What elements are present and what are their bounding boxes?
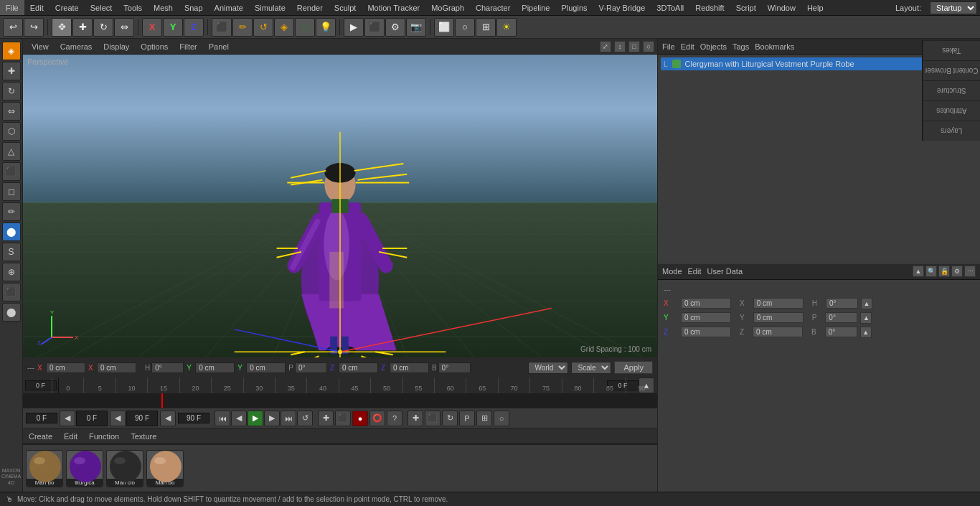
attr-x-pos[interactable] [681,298,731,309]
attr-y-pos[interactable] [681,312,731,323]
step-back-btn[interactable]: ◀ [60,411,75,426]
sidebar-selection-btn[interactable]: ◈ [2,42,21,60]
obj-header-objects[interactable]: Objects [700,42,727,51]
vp-tab-view[interactable]: View [26,42,55,51]
attr-up-icon[interactable]: ▲ [913,266,924,277]
timeline-playhead[interactable] [161,393,163,408]
end-frame-left-input[interactable] [76,411,108,426]
menu-mesh[interactable]: Mesh [148,0,179,15]
apply-button[interactable]: Apply [614,361,653,374]
material-item-0[interactable]: Man bo [26,450,63,487]
vtab-structure[interactable]: Structure [923,80,980,100]
obj-header-file[interactable]: File [662,42,675,51]
rotate-tool-button[interactable]: ↻ [93,18,113,37]
attr-lock-icon[interactable]: 🔒 [938,266,950,277]
deformer-tool-button[interactable]: ◈ [274,18,294,37]
goto-end-btn[interactable]: ⏭ [281,411,296,426]
menu-motion-tracker[interactable]: Motion Tracker [362,0,425,15]
attr-z-size[interactable] [753,327,803,337]
spline-tool-button[interactable]: ✏ [232,18,253,37]
key-btn[interactable]: ⬛ [335,411,351,426]
menu-window[interactable]: Window [762,0,801,15]
loop-btn[interactable]: ↺ [297,411,313,426]
onion-btn[interactable]: ○ [494,411,509,426]
vtab-content-browser[interactable]: Content Browser [923,60,980,80]
undo-button[interactable]: ↩ [3,18,23,37]
menu-animate[interactable]: Animate [209,0,249,15]
attr-z-pos[interactable] [681,327,731,337]
attr-header-edit[interactable]: Edit [688,267,702,276]
select-tool-button[interactable]: ✥ [52,18,72,37]
viewport-3d[interactable]: Perspective Grid Spacing : 100 cm Y X [23,55,657,357]
menu-plugins[interactable]: Plugins [555,0,593,15]
coord-h-input[interactable] [151,362,184,373]
attr-search-icon[interactable]: 🔍 [925,266,937,277]
cube-tool-button[interactable]: ⬛ [212,18,232,37]
floor-button[interactable]: ⬜ [434,18,454,37]
layer-btn[interactable]: ⬛ [425,411,440,426]
attr-h-rot[interactable] [826,298,858,309]
end-frame-input[interactable] [178,413,209,423]
attr-header-mode[interactable]: Mode [662,267,682,276]
attr-header-userdata[interactable]: User Data [707,267,743,276]
obj-header-bookmarks[interactable]: Bookmarks [755,42,794,51]
menu-tools[interactable]: Tools [118,0,148,15]
attr-b-rot[interactable] [825,327,857,337]
bulb-button[interactable]: ☀ [496,18,517,37]
menu-sculpt[interactable]: Sculpt [329,0,362,15]
step-prev-btn[interactable]: ◀ [231,411,247,426]
grid-keys-btn[interactable]: ⊞ [476,411,492,426]
coord-x-input[interactable] [46,362,85,373]
menu-character[interactable]: Character [470,0,516,15]
sidebar-rotate-btn[interactable]: ↻ [2,82,21,100]
menu-render[interactable]: Render [291,0,329,15]
menu-select[interactable]: Select [85,0,118,15]
sky-button[interactable]: ○ [455,18,475,37]
attr-more-icon[interactable]: ⋯ [964,266,976,277]
vp-tab-panel[interactable]: Panel [203,42,235,51]
vp-tab-display[interactable]: Display [98,42,135,51]
vp-tab-filter[interactable]: Filter [174,42,202,51]
vtab-takes[interactable]: Takes [923,40,980,60]
render-settings-button[interactable]: ⚙ [385,18,405,37]
preview-end-input[interactable] [126,411,158,426]
play-back-btn[interactable]: ◀ [160,411,176,426]
mat-tab-edit[interactable]: Edit [61,432,80,441]
menu-edit[interactable]: Edit [24,0,50,15]
scale-dropdown[interactable]: Scale [571,362,611,374]
move-key-btn[interactable]: ✚ [318,411,334,426]
record-btn[interactable]: ● [352,411,368,426]
vp-ctrl-split[interactable]: ↕ [614,41,626,52]
render-view-button[interactable]: ▶ [344,18,364,37]
sidebar-magnet-btn[interactable]: ⬛ [2,283,21,301]
mat-tab-function[interactable]: Function [86,432,122,441]
attr-h-step[interactable]: ▲ [861,298,872,309]
vp-ctrl-maximize[interactable]: ⤢ [600,41,611,52]
sidebar-move-btn[interactable]: ✚ [2,62,21,80]
light-tool-button[interactable]: 💡 [316,18,336,37]
menu-redshift[interactable]: Redshift [689,0,730,15]
x-axis-button[interactable]: X [142,18,162,37]
motion-clip-btn[interactable]: ✚ [407,411,423,426]
menu-pipeline[interactable]: Pipeline [516,0,555,15]
sidebar-edge-btn[interactable]: △ [2,142,21,161]
menu-create[interactable]: Create [50,0,85,15]
attr-p-step[interactable]: ▲ [860,312,872,324]
coord-y2-input[interactable] [246,362,286,373]
coord-p-input[interactable] [295,362,327,373]
mat-tab-create[interactable]: Create [26,432,55,441]
menu-help[interactable]: Help [801,0,829,15]
scale-tool-button[interactable]: ⇔ [114,18,134,37]
menu-3dtoall[interactable]: 3DToAll [651,0,689,15]
vp-tab-options[interactable]: Options [135,42,174,51]
layout-dropdown[interactable]: Startup [930,1,977,14]
effector-tool-button[interactable]: ⬡ [295,18,315,37]
auto-key-btn[interactable]: ⭕ [369,411,385,426]
sidebar-softsel-btn[interactable]: ⬤ [2,303,21,322]
move-tool-button[interactable]: ✚ [72,18,93,37]
obj-header-edit[interactable]: Edit [681,42,694,51]
camera-button[interactable]: 📷 [406,18,426,37]
sidebar-snap-btn[interactable]: ⊕ [2,263,21,281]
sidebar-spline-btn[interactable]: S [2,243,21,261]
sidebar-camera-btn[interactable]: ◻ [2,182,21,201]
